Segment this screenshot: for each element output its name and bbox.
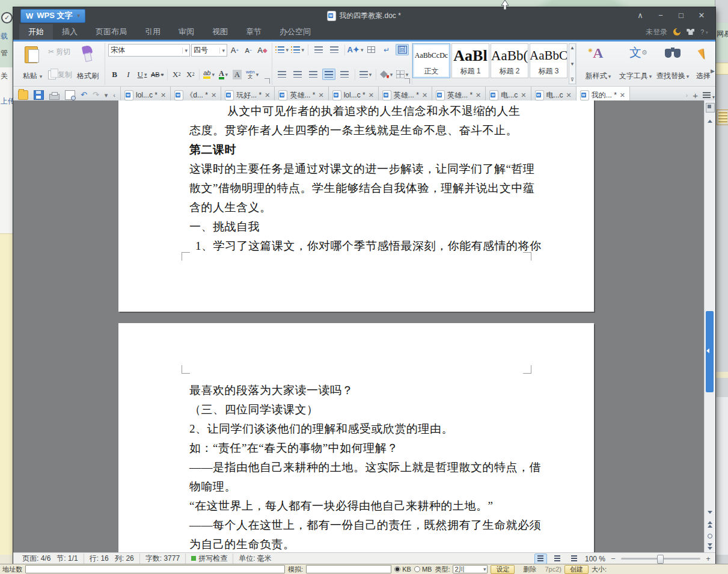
tab-home[interactable]: 开始 bbox=[19, 24, 53, 40]
qat-dropdown-icon[interactable]: ▾ bbox=[105, 91, 108, 99]
addr-input[interactable] bbox=[25, 565, 285, 573]
text-line[interactable]: ——是指由他自己来耕种的土地。这实际上就是哲理散文的特点，借 bbox=[189, 458, 537, 477]
zoom-level[interactable]: 100 % bbox=[585, 555, 605, 563]
new-document-icon[interactable]: + bbox=[693, 90, 698, 100]
tab-office-space[interactable]: 办公空间 bbox=[271, 24, 320, 40]
grow-font-button[interactable]: A+ bbox=[228, 45, 241, 56]
decrease-indent-button[interactable] bbox=[312, 44, 325, 55]
phonetic-guide-button[interactable]: wén文 bbox=[245, 69, 260, 80]
page-text[interactable]: 最喜欢的段落为大家读一读吗？ （三、四位同学读课文） 2、让同学们谈谈他们的理解… bbox=[189, 381, 537, 552]
tab-list-icon[interactable] bbox=[703, 92, 711, 98]
line-spacing-button[interactable] bbox=[359, 69, 372, 80]
insert-table-button[interactable] bbox=[364, 44, 378, 55]
subscript-button[interactable]: X2 bbox=[184, 69, 197, 80]
close-tab-icon[interactable]: ✕ bbox=[265, 91, 270, 99]
spell-check-status[interactable]: 拼写检查 bbox=[186, 554, 233, 564]
text-line[interactable]: 为自己的生命负责。 bbox=[189, 535, 537, 552]
text-line[interactable]: 最喜欢的段落为大家读一读吗？ bbox=[189, 381, 537, 400]
cut-button[interactable]: ✂剪切 bbox=[46, 46, 74, 58]
text-line[interactable]: ——每个人在这世上，都有一份自己的责任，既然拥有了生命就必须 bbox=[189, 516, 537, 535]
undo-icon[interactable]: ↶ bbox=[81, 91, 87, 99]
page-text[interactable]: 从文中可见作者的执着追求的人生信念和永不退缩的人生 态度。贯穿作者人生四季的一条… bbox=[189, 102, 537, 256]
tab-section[interactable]: 章节 bbox=[237, 24, 271, 40]
bold-button[interactable]: B bbox=[108, 69, 121, 80]
close-tab-icon[interactable]: ✕ bbox=[369, 91, 374, 99]
character-shading-button[interactable]: A bbox=[231, 69, 243, 80]
close-tab-icon[interactable]: ✕ bbox=[211, 91, 216, 99]
text-line[interactable]: 如：“责任”在“春天的事物”中如何理解？ bbox=[189, 439, 537, 458]
sim-input[interactable] bbox=[306, 565, 391, 573]
close-tab-icon[interactable]: ✕ bbox=[422, 91, 427, 99]
tab-references[interactable]: 引用 bbox=[136, 24, 170, 40]
close-button[interactable]: ✕ bbox=[691, 7, 712, 24]
styles-gallery-arrows[interactable]: ▲ ▼ ⊽ bbox=[569, 43, 576, 84]
text-tools-button[interactable]: 文 文字工具 bbox=[617, 44, 654, 82]
scroll-down-button[interactable] bbox=[705, 507, 715, 517]
cursor-position-status[interactable]: 行: 16 列: 26 bbox=[84, 554, 140, 564]
tab-page-layout[interactable]: 页面布局 bbox=[87, 24, 136, 40]
tab-view[interactable]: 视图 bbox=[203, 24, 237, 40]
justify-button[interactable] bbox=[322, 69, 335, 80]
mb-radio[interactable] bbox=[414, 566, 420, 572]
wrap-button[interactable]: ↵ bbox=[380, 44, 393, 55]
text-line[interactable]: 散文”借物明理的特点。学生能够结合自我体验，理解并说出文中蕴 bbox=[189, 179, 537, 198]
format-painter-button[interactable]: 格式刷 bbox=[74, 44, 102, 82]
bullets-button[interactable] bbox=[275, 44, 289, 55]
text-line[interactable]: 第二课时 bbox=[189, 140, 537, 159]
help-menu[interactable]: ? bbox=[700, 28, 708, 35]
zoom-slider-handle[interactable] bbox=[657, 555, 664, 564]
text-line[interactable]: 含的人生含义。 bbox=[189, 198, 537, 217]
text-line[interactable]: （三、四位同学读课文） bbox=[189, 400, 537, 419]
shrink-font-button[interactable]: A− bbox=[242, 45, 255, 56]
paste-button[interactable]: 粘贴 bbox=[19, 44, 46, 82]
text-line[interactable]: 2、让同学们谈谈他们的理解和感受或欣赏的理由。 bbox=[189, 419, 537, 439]
italic-button[interactable]: I bbox=[122, 69, 135, 80]
scroll-up-button[interactable] bbox=[705, 116, 715, 126]
print-preview-icon[interactable] bbox=[65, 90, 75, 100]
close-tab-icon[interactable]: ✕ bbox=[318, 91, 323, 99]
strikethrough-button[interactable]: AB bbox=[150, 69, 165, 80]
text-line[interactable]: 物喻理。 bbox=[189, 477, 537, 496]
outline-view-button[interactable] bbox=[551, 554, 564, 564]
sidebar-toggle-icon[interactable] bbox=[706, 103, 715, 113]
tab-review[interactable]: 审阅 bbox=[170, 24, 203, 40]
font-dialog-launcher[interactable] bbox=[265, 78, 270, 84]
page-5[interactable]: 最喜欢的段落为大家读一读吗？ （三、四位同学读课文） 2、让同学们谈谈他们的理解… bbox=[118, 323, 594, 552]
show-marks-button[interactable]: 回 bbox=[396, 44, 409, 55]
scrollbar-thumb[interactable] bbox=[706, 311, 714, 392]
set-button[interactable]: 设定 bbox=[491, 565, 515, 574]
gallery-down-icon[interactable]: ▼ bbox=[570, 61, 575, 67]
gallery-up-icon[interactable]: ▲ bbox=[570, 45, 575, 51]
unit-status[interactable]: 单位: 毫米 bbox=[233, 554, 277, 564]
previous-page-button[interactable] bbox=[705, 519, 715, 529]
increase-indent-button[interactable] bbox=[328, 44, 341, 55]
close-tab-icon[interactable]: ✕ bbox=[566, 91, 572, 99]
page-status[interactable]: 页面: 4/6 节: 1/1 bbox=[17, 554, 84, 564]
zoom-slider[interactable] bbox=[621, 558, 700, 560]
text-line[interactable]: 这课时的主要任务是通过对课文的进一步解读，让同学们了解“哲理 bbox=[189, 159, 537, 179]
page-4[interactable]: 从文中可见作者的执着追求的人生信念和永不退缩的人生 态度。贯穿作者人生四季的一条… bbox=[118, 100, 594, 312]
highlight-color-button[interactable]: ab bbox=[202, 69, 216, 80]
new-style-button[interactable]: A 新样式 bbox=[580, 44, 617, 82]
underline-button[interactable]: U bbox=[136, 69, 148, 80]
word-count-status[interactable]: 字数: 3777 bbox=[140, 554, 186, 564]
scroll-tabs-left-icon[interactable]: ‹ bbox=[113, 91, 115, 99]
close-tab-icon[interactable]: ✕ bbox=[476, 91, 481, 99]
find-replace-button[interactable]: 查找替换 bbox=[654, 44, 691, 82]
print-icon[interactable] bbox=[49, 94, 60, 100]
maximize-button[interactable]: □ bbox=[671, 7, 691, 24]
night-mode-icon[interactable] bbox=[673, 28, 681, 35]
style-heading3[interactable]: AaBbC 标题 3 bbox=[530, 43, 567, 78]
login-status[interactable]: 未登录 bbox=[646, 27, 667, 37]
web-view-button[interactable] bbox=[568, 554, 581, 564]
page-view-button[interactable] bbox=[534, 554, 547, 564]
collapse-ribbon-button[interactable]: ∧ bbox=[630, 7, 650, 24]
text-line[interactable]: 1、学习了这篇课文，你对哪个季节感悟最深刻，你能有感情的将你 bbox=[189, 236, 537, 256]
minimize-button[interactable]: − bbox=[650, 7, 671, 24]
align-center-button[interactable] bbox=[291, 69, 304, 80]
align-left-button[interactable] bbox=[275, 69, 289, 80]
style-heading1[interactable]: AaBl 标题 1 bbox=[451, 43, 489, 78]
kb-radio[interactable] bbox=[394, 566, 400, 572]
superscript-button[interactable]: X2 bbox=[170, 69, 183, 80]
style-heading2[interactable]: AaBb( 标题 2 bbox=[491, 43, 528, 78]
